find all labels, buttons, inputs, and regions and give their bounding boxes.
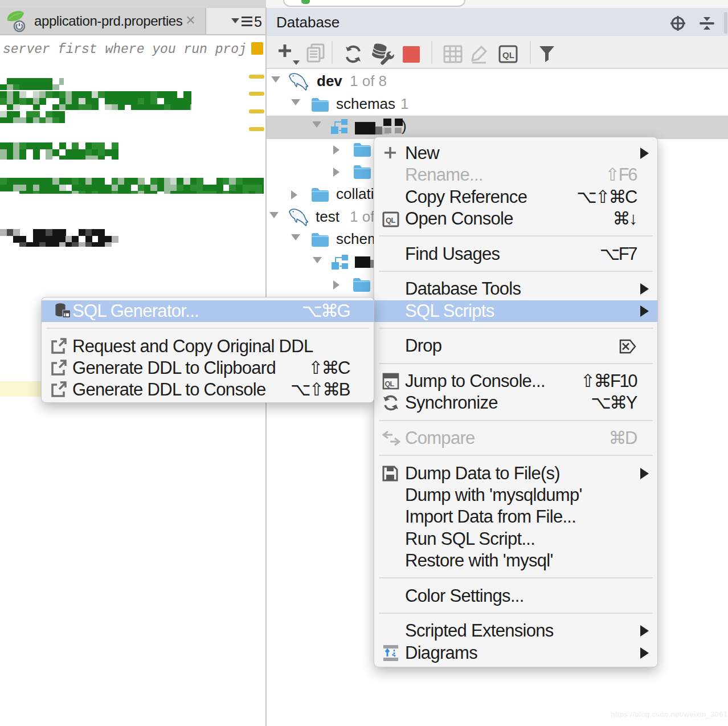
svg-text:QL: QL bbox=[386, 216, 395, 225]
svg-text:QL: QL bbox=[502, 50, 514, 60]
svg-text:QL: QL bbox=[385, 380, 395, 388]
